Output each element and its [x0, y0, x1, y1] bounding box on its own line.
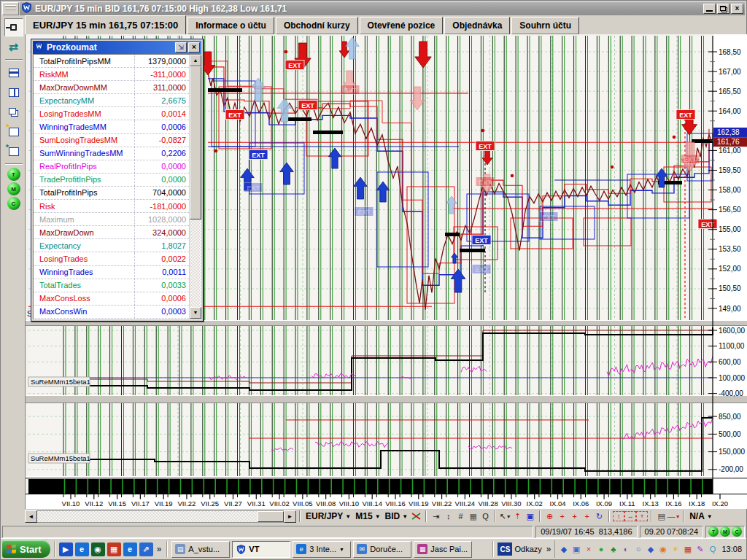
window-titlebar[interactable]: EUR/JPY 15 min BID 161,76 07:15:00 High … [20, 2, 745, 15]
price-type-dropdown[interactable]: BID▼ [383, 511, 411, 521]
table-row[interactable]: WinningTrades0,0011 [34, 266, 189, 279]
crosshair-icon[interactable]: + [556, 510, 568, 522]
tab-informace-o-tu[interactable]: Informace o účtu [187, 17, 274, 34]
pin-button[interactable] [4, 18, 23, 36]
template-dropdown[interactable]: N/A▼ [687, 511, 715, 521]
chart-style-icon[interactable] [410, 510, 422, 522]
table-row[interactable]: TotalTrades0,0033 [34, 279, 189, 292]
table-row[interactable]: SumLosingTradesMM-0,0827 [34, 134, 189, 147]
dialog-close-button[interactable]: × [188, 42, 200, 52]
table-row[interactable]: Risk-181,0000 [34, 200, 189, 213]
links-toolbar[interactable]: Odkazy» [514, 544, 552, 554]
new-window-button[interactable]: * [4, 122, 23, 141]
paint-icon[interactable]: ▦ [107, 542, 121, 556]
symbol-dropdown[interactable]: EUR/JPY▼ [303, 511, 353, 521]
globe-icon[interactable]: ◉ [91, 542, 105, 556]
task-vt[interactable]: VT [232, 541, 290, 558]
table-row[interactable]: TradeProfitInPips0,0000 [34, 174, 189, 187]
toolbar-grip[interactable] [2, 2, 19, 15]
report-icon[interactable]: ▤ [655, 510, 667, 522]
update-icon[interactable]: ○ [632, 544, 643, 555]
messenger-icon[interactable]: ● [595, 544, 606, 555]
fit-vertical-icon[interactable]: ↕ [442, 510, 454, 522]
tab-otev-en-pozice[interactable]: Otevřené pozice [360, 17, 444, 34]
order-box-icon[interactable]: ▣ [524, 510, 536, 522]
table-row[interactable]: MaxConsLoss0,0006 [34, 292, 189, 306]
scroll-right-button[interactable]: ► [284, 510, 296, 523]
minimize-button[interactable] [703, 4, 716, 14]
table-row[interactable]: LosingTrades0,0022 [34, 252, 189, 265]
tab-obchodn-kurzy[interactable]: Obchodní kurzy [276, 17, 358, 34]
icq-icon[interactable]: ♣ [608, 544, 619, 555]
task-3-inte-[interactable]: e3 Inte...▼ [293, 541, 351, 558]
table-row[interactable]: MaxDrawDown324,0000 [34, 226, 189, 239]
scroll-down-button[interactable]: ▼ [190, 307, 201, 319]
dialog-titlebar[interactable]: Prozkoumat ⇲ × [33, 41, 201, 54]
dialog-scrollbar[interactable]: ▲ ▼ [189, 55, 201, 319]
buy-marker-icon[interactable]: ⇡ [511, 510, 524, 522]
internet-explorer-icon[interactable]: e [75, 542, 89, 556]
folder-sync-icon[interactable]: ⇗ [139, 542, 153, 556]
table-row[interactable]: WinningTradesMM0,0006 [34, 120, 189, 133]
browser-icon[interactable]: e [123, 542, 137, 556]
alert-move-icon[interactable]: + [636, 511, 648, 521]
vt-tray-icon[interactable]: ◆ [558, 544, 569, 555]
alert-vert-icon[interactable]: ↕ [613, 511, 624, 521]
task-doru-e-[interactable]: ✉Doruče... [353, 541, 411, 558]
table-row[interactable]: LosingTradesMM0,0014 [34, 107, 189, 120]
cascade-windows-button[interactable] [4, 103, 23, 121]
close-button[interactable]: × [731, 4, 743, 14]
pen-icon[interactable]: ✎ [694, 544, 705, 555]
shield2-icon[interactable]: ◆ [645, 544, 656, 555]
media-player-icon[interactable]: ▶ [59, 542, 73, 556]
network-error-icon[interactable]: × [583, 544, 594, 555]
scrollbar-track[interactable] [190, 219, 201, 307]
dialog-detach-button[interactable]: ⇲ [175, 42, 187, 52]
snap-icon[interactable]: ▦ [467, 510, 479, 522]
scrollbar-thumb[interactable] [190, 66, 201, 219]
grid-icon[interactable]: # [454, 510, 467, 522]
hscroll-track[interactable] [37, 510, 284, 523]
crosshair-h-icon[interactable]: + [568, 510, 581, 522]
tab-chart-active[interactable]: EUR/JPY 15 min 161,75 07:15:00 [25, 15, 186, 34]
scroll-left-button[interactable]: ◄ [25, 510, 37, 523]
language-indicator[interactable]: CS [498, 542, 512, 556]
restore-button[interactable] [717, 4, 729, 14]
cursor-icon[interactable]: ↖▼ [499, 510, 511, 522]
arrange-window-button[interactable]: * [4, 142, 23, 160]
task-a-vstu-[interactable]: ▤A_vstu... [171, 541, 230, 558]
network-icon[interactable]: ▣ [570, 544, 581, 555]
table-row[interactable]: TotalProfitInPips704,0000 [34, 187, 189, 200]
net-status-icon[interactable]: ▦ [682, 544, 693, 555]
line-style-icon[interactable]: —▼ [667, 510, 680, 522]
sun-icon[interactable]: ☀ [670, 544, 681, 555]
tab-souhrn-tu[interactable]: Souhrn účtu [511, 17, 579, 34]
start-button[interactable]: Start [2, 540, 50, 558]
table-row[interactable]: MaxConsWin0,0003 [34, 306, 189, 319]
quote-icon[interactable]: Q [479, 510, 492, 522]
swap-arrows-button[interactable]: ⇄ [4, 38, 23, 56]
table-row[interactable]: Maximum1028,0000 [34, 213, 189, 226]
signal-icon[interactable]: ◉ [657, 544, 668, 555]
table-row[interactable]: ExpectancyMM2,6675 [34, 94, 189, 107]
hscroll-thumb[interactable] [258, 511, 284, 522]
zoom-in-icon[interactable]: ⊕ [543, 510, 556, 522]
table-row[interactable]: TotalProfitInPipsMM1379,0000 [34, 55, 189, 68]
split-horizontal-button[interactable] [4, 63, 23, 82]
table-row[interactable]: MaxDrawDownMM311,0000 [34, 81, 189, 94]
quick-launch-more-icon[interactable]: » [155, 544, 163, 554]
links-more-icon[interactable]: » [545, 544, 553, 554]
scroll-up-button[interactable]: ▲ [190, 55, 201, 66]
refresh-icon[interactable]: ↻ [593, 510, 605, 522]
split-vertical-button[interactable] [4, 83, 23, 101]
table-row[interactable]: RealProfitInPips0,0000 [34, 160, 189, 174]
quicktime-icon[interactable]: Q [707, 544, 718, 555]
volume-icon[interactable]: ◐ [620, 544, 631, 555]
scroll-to-end-icon[interactable]: ⇥ [430, 510, 442, 522]
crosshair-v-icon[interactable]: + [581, 510, 593, 522]
table-row[interactable]: SumWinningTradesMM0,2206 [34, 147, 189, 160]
table-row[interactable]: Expectancy1,8027 [34, 239, 189, 252]
timeframe-dropdown[interactable]: M15▼ [353, 511, 382, 521]
task-jasc-pai-[interactable]: ▦Jasc Pai... [414, 541, 472, 558]
table-row[interactable]: RiskMM-311,0000 [34, 68, 189, 81]
